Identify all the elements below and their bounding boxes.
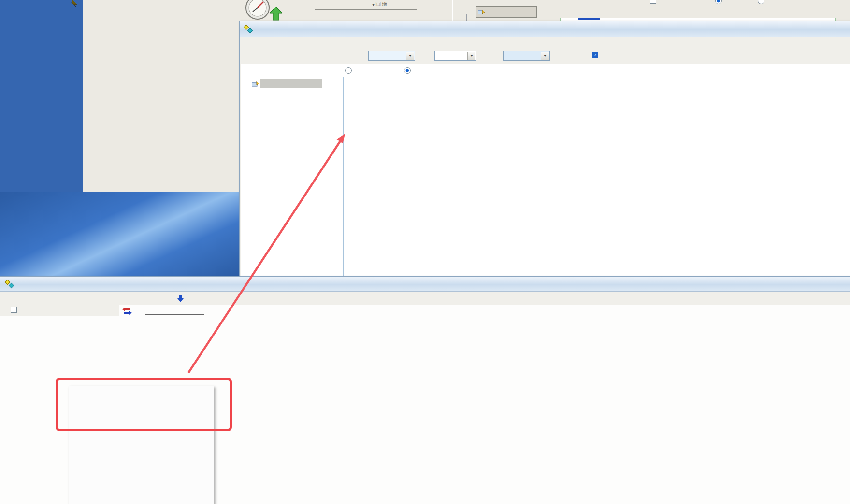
window-divider-line xyxy=(452,0,453,21)
role-panel-separator xyxy=(241,77,343,77)
window-diamonds-icon xyxy=(244,25,254,34)
swap-columns-icon[interactable] xyxy=(122,308,132,315)
biz-filter-select[interactable]: ▼ xyxy=(434,51,476,61)
checkbox-icon xyxy=(650,0,656,4)
role-content-bg xyxy=(241,64,850,276)
product-window-titlebar[interactable] xyxy=(0,277,850,292)
dropdown-arrow-icon[interactable]: ▼ xyxy=(541,52,549,60)
tree-context-menu xyxy=(69,386,214,504)
sidebar-menu xyxy=(0,0,84,192)
sub-list-radio[interactable] xyxy=(758,0,764,5)
gauge-icon xyxy=(244,0,271,21)
list-style-checkbox[interactable]: ✓ xyxy=(592,51,598,58)
role-node-icon xyxy=(252,81,259,87)
panel-top-line xyxy=(315,9,417,10)
hr-filter-select[interactable]: ▼ xyxy=(368,51,415,61)
show-all-radio[interactable] xyxy=(404,67,411,74)
include-sub-checkbox[interactable] xyxy=(11,307,17,314)
radio-off-icon xyxy=(345,67,352,74)
background-window-strip: ▾ ⿴ 増 xyxy=(240,0,850,21)
sort-indicator-bar xyxy=(578,18,600,20)
role-window-titlebar[interactable] xyxy=(240,21,850,37)
user-node-icon xyxy=(478,9,485,15)
tree-connector xyxy=(244,84,251,84)
screen: ▾ ⿴ 増 xyxy=(0,0,850,504)
desktop-wallpaper xyxy=(0,192,240,276)
toolbar-fragment: ▾ ⿴ 増 xyxy=(372,0,406,6)
table-panel xyxy=(119,305,850,504)
green-arrow-icon xyxy=(270,7,282,21)
window-diamonds-icon xyxy=(5,280,15,289)
base-filter-select[interactable]: ▼ xyxy=(503,51,550,61)
only-authorized-checkbox[interactable] xyxy=(650,0,656,5)
checkbox-checked-icon: ✓ xyxy=(592,52,598,58)
dropdown-arrow-icon[interactable]: ▼ xyxy=(467,52,475,60)
tree-table-divider[interactable] xyxy=(343,77,344,276)
role-management-window: ▼ ▼ ▼ ✓ xyxy=(239,21,850,277)
radio-on-icon xyxy=(715,0,722,4)
radio-off-icon xyxy=(758,0,764,4)
role-tree-item[interactable] xyxy=(260,79,322,88)
admin-tree-node[interactable] xyxy=(476,6,537,18)
function-down-arrow-icon xyxy=(177,295,184,302)
role-list-radio[interactable] xyxy=(715,0,722,5)
only-permitted-radio[interactable] xyxy=(345,67,352,74)
launcher-panel xyxy=(83,0,240,192)
radio-on-icon xyxy=(404,67,411,74)
dropdown-arrow-icon[interactable]: ▼ xyxy=(406,52,414,60)
tree-connector xyxy=(466,13,474,13)
checkbox-icon xyxy=(11,307,17,313)
quick-filter-input[interactable] xyxy=(145,307,204,315)
